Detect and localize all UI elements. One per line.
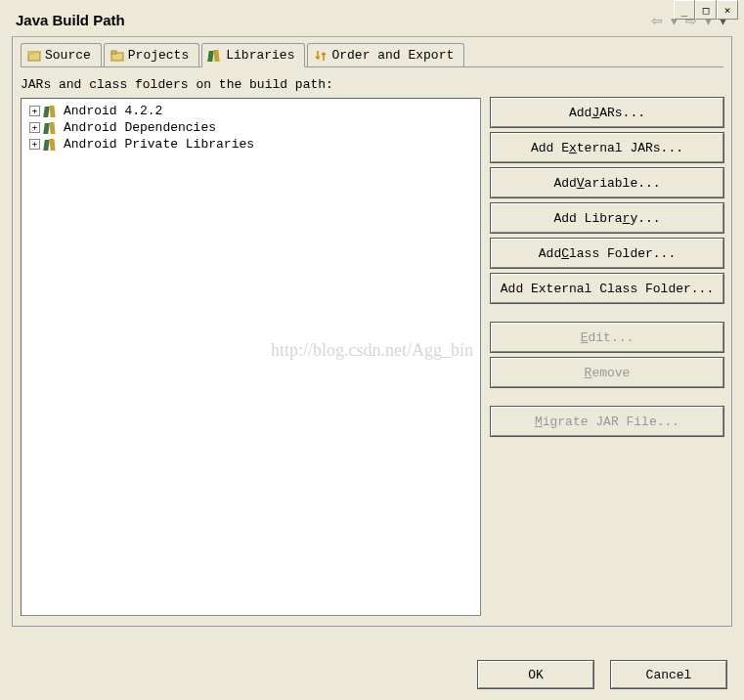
tab-source[interactable]: Source (21, 43, 102, 66)
close-button[interactable]: × (717, 0, 738, 20)
btn-text-post: ternal JARs... (577, 141, 683, 155)
btn-text-pre: Add (569, 106, 591, 120)
btn-text-pre: Add (539, 246, 561, 261)
tree-panel[interactable]: + Android 4.2.2 + Android Dependencies +… (21, 98, 481, 616)
tree-item[interactable]: + Android 4.2.2 (25, 103, 476, 119)
footer: OK Cancel (478, 661, 726, 688)
add-class-folder-button[interactable]: Add Class Folder... (491, 239, 723, 268)
svg-rect-3 (111, 51, 116, 54)
btn-text-pre: Add E (531, 141, 569, 155)
main-area: + Android 4.2.2 + Android Dependencies +… (21, 98, 723, 616)
btn-text-pre: Add (553, 176, 576, 191)
tree-item-label: Android Dependencies (64, 120, 216, 135)
svg-rect-1 (28, 52, 34, 55)
tab-order-export-label: Order and Export (331, 48, 454, 63)
migrate-jar-button: Migrate JAR File... (491, 407, 723, 436)
add-variable-button[interactable]: Add Variable... (491, 168, 723, 197)
source-icon (27, 49, 41, 63)
spacer (491, 309, 723, 317)
back-arrow-icon[interactable]: ⇦ (649, 13, 665, 28)
window-controls: _ □ × (674, 0, 738, 20)
expander-icon[interactable]: + (29, 106, 40, 116)
btn-text-post: ariable... (585, 176, 661, 191)
ok-button[interactable]: OK (478, 661, 593, 688)
btn-text-u: C (561, 246, 569, 261)
library-icon (44, 138, 60, 152)
spacer (491, 393, 723, 401)
btn-text: Add External Class Folder... (501, 282, 714, 296)
tree-item-label: Android 4.2.2 (64, 104, 162, 118)
order-export-icon (314, 49, 328, 63)
tab-libraries-label: Libraries (226, 48, 294, 63)
btn-text-post: y... (630, 211, 660, 226)
page-title: Java Build Path (16, 12, 125, 28)
btn-text-post: ARs... (599, 106, 645, 120)
add-library-button[interactable]: Add Library... (491, 203, 723, 233)
btn-text-post: lass Folder... (569, 246, 676, 261)
tab-source-label: Source (45, 48, 91, 63)
btn-text-u: r (623, 211, 631, 226)
tab-order-export[interactable]: Order and Export (307, 43, 464, 66)
tab-projects[interactable]: Projects (104, 43, 199, 66)
btn-text-post: igrate JAR File... (543, 415, 679, 429)
expander-icon[interactable]: + (29, 139, 40, 150)
btn-text-post: emove (591, 366, 630, 380)
edit-button: Edit... (491, 323, 723, 352)
add-external-jars-button[interactable]: Add External JARs... (491, 133, 723, 162)
library-icon (44, 121, 60, 135)
cancel-button[interactable]: Cancel (611, 661, 726, 688)
btn-text-u: R (585, 366, 592, 380)
btn-text-u: x (569, 141, 577, 155)
btn-text-pre: Add Libra (553, 211, 622, 226)
projects-icon (110, 49, 124, 63)
btn-text-post: dit... (589, 330, 635, 345)
add-jars-button[interactable]: Add JARs... (491, 98, 723, 127)
btn-text-u: J (591, 106, 599, 120)
tree-item-label: Android Private Libraries (64, 137, 254, 152)
btn-text-u: E (581, 330, 589, 345)
tree-label: JARs and class folders on the build path… (21, 73, 723, 98)
btn-text-u: M (535, 415, 543, 429)
button-column: Add JARs... Add External JARs... Add Var… (491, 98, 723, 616)
tab-projects-label: Projects (128, 48, 189, 63)
minimize-button[interactable]: _ (674, 0, 695, 20)
maximize-button[interactable]: □ (695, 0, 717, 20)
content-box: Source Projects Libraries Order and Expo… (12, 36, 732, 627)
add-external-class-folder-button[interactable]: Add External Class Folder... (491, 274, 723, 303)
tree-item[interactable]: + Android Dependencies (25, 119, 476, 136)
btn-text-u: V (577, 176, 585, 191)
tabs: Source Projects Libraries Order and Expo… (21, 43, 723, 67)
expander-icon[interactable]: + (29, 122, 40, 133)
libraries-icon (208, 49, 222, 63)
remove-button: Remove (491, 358, 723, 387)
library-icon (44, 105, 60, 118)
header: Java Build Path ⇦ ▾ ⇨ ▾ ▾ (0, 0, 744, 36)
tree-item[interactable]: + Android Private Libraries (25, 136, 476, 153)
tab-libraries[interactable]: Libraries (201, 43, 305, 67)
